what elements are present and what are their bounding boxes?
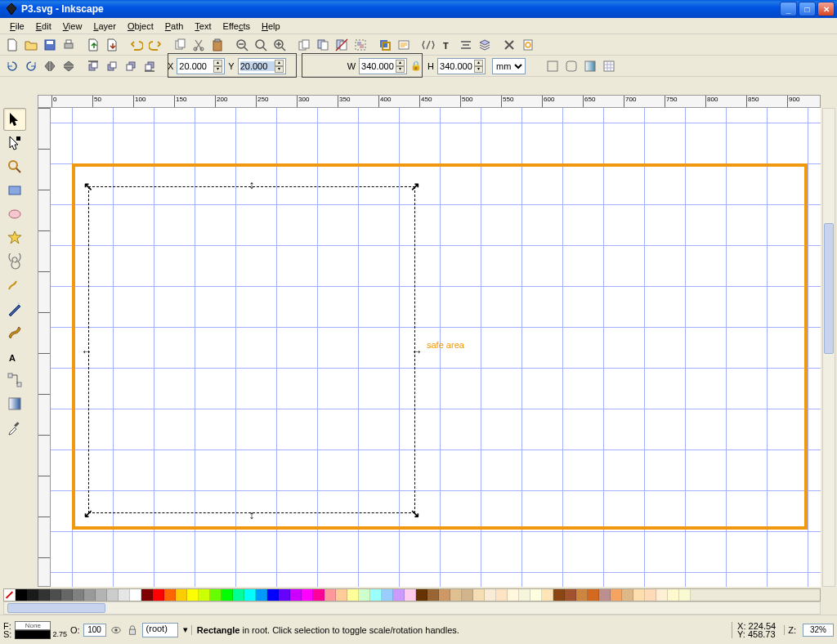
swatch[interactable] bbox=[473, 589, 485, 601]
swatch[interactable] bbox=[233, 589, 244, 601]
object-properties-icon[interactable] bbox=[395, 36, 413, 54]
swatch[interactable] bbox=[439, 589, 450, 601]
star-tool[interactable] bbox=[3, 226, 26, 249]
lower-icon[interactable] bbox=[122, 57, 140, 75]
unlink-clone-icon[interactable] bbox=[333, 36, 351, 54]
swatch[interactable] bbox=[256, 589, 267, 601]
swatch[interactable] bbox=[4, 589, 16, 601]
swatch[interactable] bbox=[61, 589, 73, 601]
menu-help[interactable]: Help bbox=[257, 20, 285, 33]
swatch[interactable] bbox=[519, 589, 530, 601]
layers-icon[interactable] bbox=[476, 36, 494, 54]
zoom-in-icon[interactable] bbox=[271, 36, 289, 54]
preferences-icon[interactable] bbox=[500, 36, 518, 54]
menu-layer[interactable]: Layer bbox=[88, 20, 121, 33]
swatch[interactable] bbox=[576, 589, 588, 601]
swatch[interactable] bbox=[38, 589, 50, 601]
swatch[interactable] bbox=[199, 589, 210, 601]
calligraphy-tool[interactable] bbox=[3, 321, 26, 344]
paste-icon[interactable] bbox=[208, 36, 226, 54]
layer-lock-icon[interactable] bbox=[126, 624, 139, 637]
selector-tool[interactable] bbox=[3, 108, 26, 131]
ellipse-tool[interactable] bbox=[3, 203, 26, 226]
swatch[interactable] bbox=[279, 589, 290, 601]
swatch[interactable] bbox=[267, 589, 279, 601]
swatch[interactable] bbox=[553, 589, 565, 601]
swatch[interactable] bbox=[416, 589, 427, 601]
spiral-tool[interactable] bbox=[3, 250, 26, 273]
zoom-out-icon[interactable] bbox=[233, 36, 251, 54]
swatch[interactable] bbox=[176, 589, 187, 601]
handle-se[interactable]: ↘ bbox=[410, 508, 420, 518]
menu-edit[interactable]: Edit bbox=[31, 20, 56, 33]
raise-icon[interactable] bbox=[103, 57, 121, 75]
save-icon[interactable] bbox=[41, 36, 59, 54]
swatch[interactable] bbox=[244, 589, 256, 601]
swatch[interactable] bbox=[290, 589, 302, 601]
minimize-button[interactable]: _ bbox=[780, 2, 797, 16]
layer-visibility-icon[interactable] bbox=[110, 624, 123, 637]
redo-icon[interactable] bbox=[146, 36, 164, 54]
swatch[interactable] bbox=[141, 589, 153, 601]
handle-sw[interactable]: ↙ bbox=[83, 508, 93, 518]
swatch[interactable] bbox=[645, 589, 656, 601]
swatch[interactable] bbox=[164, 589, 176, 601]
swatch[interactable] bbox=[633, 589, 645, 601]
swatch[interactable] bbox=[611, 589, 622, 601]
swatch[interactable] bbox=[485, 589, 496, 601]
handle-n[interactable]: ↕ bbox=[247, 180, 257, 190]
horizontal-scrollbar[interactable] bbox=[3, 602, 821, 615]
swatch[interactable] bbox=[393, 589, 405, 601]
swatch[interactable] bbox=[187, 589, 199, 601]
menu-object[interactable]: Object bbox=[123, 20, 159, 33]
swatch[interactable] bbox=[119, 589, 130, 601]
menu-path[interactable]: Path bbox=[160, 20, 189, 33]
swatch[interactable] bbox=[450, 589, 462, 601]
swatch[interactable] bbox=[210, 589, 222, 601]
group-icon[interactable] bbox=[351, 36, 369, 54]
new-icon[interactable] bbox=[3, 36, 21, 54]
maximize-button[interactable]: □ bbox=[799, 2, 816, 16]
swatch[interactable] bbox=[530, 589, 542, 601]
swatch[interactable] bbox=[599, 589, 611, 601]
print-icon[interactable] bbox=[60, 36, 78, 54]
swatch[interactable] bbox=[542, 589, 553, 601]
swatch[interactable] bbox=[16, 589, 27, 601]
swatch[interactable] bbox=[50, 589, 61, 601]
swatch[interactable] bbox=[27, 589, 38, 601]
swatch[interactable] bbox=[347, 589, 359, 601]
flip-h-icon[interactable] bbox=[41, 57, 59, 75]
flip-v-icon[interactable] bbox=[60, 57, 78, 75]
cut-icon[interactable] bbox=[190, 36, 208, 54]
swatch[interactable] bbox=[313, 589, 325, 601]
pencil-tool[interactable] bbox=[3, 274, 26, 297]
close-button[interactable]: ✕ bbox=[817, 2, 835, 16]
dropper-tool[interactable] bbox=[3, 416, 26, 439]
swatch[interactable] bbox=[130, 589, 141, 601]
swatch[interactable] bbox=[153, 589, 164, 601]
swatch[interactable] bbox=[588, 589, 599, 601]
copy-icon[interactable] bbox=[171, 36, 189, 54]
duplicate-icon[interactable] bbox=[295, 36, 313, 54]
swatch[interactable] bbox=[668, 589, 679, 601]
menu-view[interactable]: View bbox=[58, 20, 87, 33]
import-icon[interactable] bbox=[84, 36, 102, 54]
swatch[interactable] bbox=[382, 589, 393, 601]
swatch[interactable] bbox=[325, 589, 336, 601]
handle-e[interactable]: ↔ bbox=[412, 347, 422, 356]
swatch[interactable] bbox=[359, 589, 370, 601]
swatch[interactable] bbox=[565, 589, 576, 601]
y-input[interactable]: ▴▾ bbox=[238, 58, 286, 74]
rectangle-tool[interactable] bbox=[3, 179, 26, 202]
swatch[interactable] bbox=[405, 589, 416, 601]
swatch[interactable] bbox=[73, 589, 84, 601]
handle-ne[interactable]: ↗ bbox=[410, 181, 420, 191]
w-input[interactable]: ▴▾ bbox=[359, 58, 407, 74]
swatch[interactable] bbox=[107, 589, 119, 601]
swatch[interactable] bbox=[656, 589, 668, 601]
vertical-scrollbar[interactable] bbox=[822, 108, 835, 587]
pen-tool[interactable] bbox=[3, 297, 26, 320]
lower-to-bottom-icon[interactable] bbox=[141, 57, 159, 75]
layer-selector[interactable]: (root) bbox=[142, 623, 178, 637]
connector-tool[interactable] bbox=[3, 369, 26, 391]
